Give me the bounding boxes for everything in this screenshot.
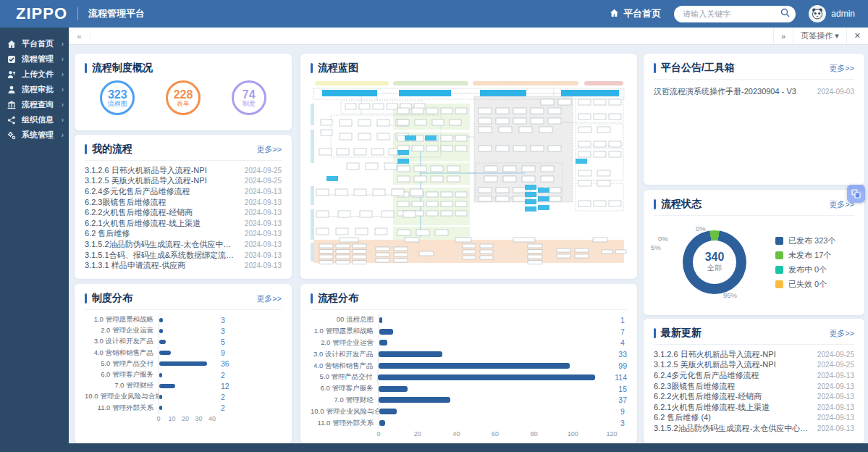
bar[interactable]	[379, 351, 442, 357]
home-icon	[610, 9, 619, 20]
process-name[interactable]: 3.1.3.1 样品申请流程-供应商	[85, 260, 239, 271]
axis-tick: 20	[182, 415, 189, 422]
bar[interactable]	[159, 329, 163, 333]
legend-item[interactable]: 未发布 17个	[775, 250, 835, 261]
bar[interactable]	[159, 318, 163, 322]
list-item[interactable]: 6.2.2火机售后维修流程-经销商2024-09-13	[654, 391, 854, 402]
bar[interactable]	[378, 374, 594, 380]
search-input[interactable]	[683, 9, 780, 18]
legend-item[interactable]: 发布中 0个	[775, 264, 835, 275]
bar[interactable]	[159, 406, 162, 410]
bar[interactable]	[159, 395, 162, 399]
process-name[interactable]: 3.1.2.6 日韩火机新品导入流程-NPI	[654, 349, 812, 360]
category-label: 6.0 管理客户服务	[311, 384, 378, 393]
process-blueprint-diagram[interactable]	[311, 79, 627, 266]
process-name[interactable]: 3.1.2.6 日韩火机新品导入流程-NPI	[85, 165, 239, 176]
process-name[interactable]: 3.1.2.5 美版火机新品导入流程-NPI	[85, 175, 239, 186]
list-item[interactable]: 6.2 售后维修2024-09-13	[85, 229, 282, 240]
process-name[interactable]: 汉哲流程演系统操作手册-20230904 - V3	[654, 86, 812, 97]
close-tab-button[interactable]: ✕	[846, 28, 868, 44]
list-item[interactable]: 3.1.2.5 美版火机新品导入流程-NPI2024-09-25	[654, 360, 854, 371]
list-item[interactable]: 3.1.2.6 日韩火机新品导入流程-NPI2024-09-25	[85, 165, 282, 176]
search-icon[interactable]	[780, 7, 790, 20]
more-link[interactable]: 更多>>	[829, 328, 854, 339]
chart-row: 10.0 管理企业风险与合规9	[311, 406, 627, 417]
process-date: 2024-09-13	[245, 188, 282, 196]
process-name[interactable]: 6.2.4多元化售后产品维修流程	[654, 370, 812, 381]
bar[interactable]	[379, 386, 408, 392]
list-item[interactable]: 6.2.3眼镜售后维修流程2024-09-13	[85, 197, 282, 208]
bar[interactable]	[159, 351, 171, 355]
process-name[interactable]: 6.2.1火机售后维修流程-线上渠道	[85, 218, 239, 229]
process-name[interactable]: 3.1.5.2油品防伪码生成流程-太仓供应中心采购	[654, 423, 812, 434]
title-accent-bar	[654, 328, 656, 338]
list-item[interactable]: 汉哲流程演系统操作手册-20230904 - V32024-09-03	[654, 84, 854, 99]
card-platform-announcements: 平台公告/工具箱 更多>> 汉哲流程演系统操作手册-20230904 - V32…	[644, 54, 864, 185]
bar[interactable]	[379, 329, 393, 335]
bar[interactable]	[159, 361, 207, 366]
bar[interactable]	[159, 373, 162, 377]
nav-platform-home[interactable]: 平台首页	[610, 7, 661, 20]
process-date: 2024-09-25	[817, 351, 854, 359]
bar[interactable]	[379, 397, 450, 403]
bar[interactable]	[159, 384, 175, 388]
process-name[interactable]: 6.2.2火机售后维修流程-经销商	[85, 207, 239, 218]
zippo-logo: ZIPPO	[16, 4, 67, 23]
sidebar-item-home[interactable]: 平台首页›	[0, 36, 69, 51]
process-date: 2024-09-13	[817, 393, 854, 401]
process-name[interactable]: 6.2 售后维修	[85, 228, 239, 239]
list-item[interactable]: 6.2.2火机售后维修流程-经销商2024-09-13	[85, 207, 282, 218]
user-menu[interactable]: admin	[809, 5, 855, 22]
sidebar-item-approve[interactable]: 流程审批›	[0, 82, 69, 97]
process-name[interactable]: 6.2.2火机售后维修流程-经销商	[654, 391, 812, 402]
sidebar-item-org[interactable]: 组织信息›	[0, 112, 69, 127]
x-axis: 020406080100120	[311, 429, 627, 439]
bar[interactable]	[159, 340, 166, 344]
approve-icon	[7, 85, 17, 94]
forward-tabs-button[interactable]: »	[773, 28, 793, 44]
bar[interactable]	[379, 420, 385, 426]
legend-item[interactable]: 已发布 323个	[775, 235, 835, 246]
card-title: 平台公告/工具箱	[661, 62, 829, 75]
list-item[interactable]: 6.2.1火机售后维修流程-线上渠道2024-09-13	[654, 402, 854, 413]
legend-item[interactable]: 已失效 0个	[775, 279, 835, 290]
process-name[interactable]: 6.2.4多元化售后产品维修流程	[85, 186, 239, 197]
more-link[interactable]: 更多>>	[829, 63, 854, 74]
legend-label: 未发布 17个	[788, 250, 831, 261]
bar[interactable]	[379, 317, 382, 323]
sidebar-item-system[interactable]: 系统管理›	[0, 127, 69, 143]
more-link[interactable]: 更多>>	[256, 293, 282, 304]
process-name[interactable]: 3.1.5.1合码、报码生成&系统数据绑定流程...	[85, 250, 239, 261]
translate-widget-button[interactable]	[847, 185, 865, 203]
process-name[interactable]: 6.2.3眼镜售后维修流程	[85, 197, 239, 208]
tab-operations-dropdown[interactable]: 页签操作 ▾	[793, 28, 846, 44]
list-item[interactable]: 3.1.5.1合码、报码生成&系统数据绑定流程...2024-09-13	[85, 250, 282, 261]
process-name[interactable]: 6.2 售后维修 (4)	[654, 412, 812, 423]
process-name[interactable]: 3.1.2.5 美版火机新品导入流程-NPI	[654, 359, 812, 370]
list-item[interactable]: 6.2.4多元化售后产品维修流程2024-09-13	[85, 186, 282, 197]
collapse-tabs-button[interactable]: «	[69, 32, 90, 41]
sidebar-item-upload[interactable]: 上传文件›	[0, 67, 69, 82]
process-name[interactable]: 3.1.5.2油品防伪码生成流程-太仓供应中心采购	[85, 239, 239, 250]
list-item[interactable]: 6.2.1火机售后维修流程-线上渠道2024-09-13	[85, 218, 282, 229]
main-content: 流程制度概况 323流程图228表单74制度 我的流程 更多>> 3.1.2.6…	[69, 45, 868, 443]
legend-label: 已失效 0个	[788, 279, 827, 290]
list-item[interactable]: 3.1.2.5 美版火机新品导入流程-NPI2024-09-25	[85, 176, 282, 187]
bar[interactable]	[379, 409, 397, 414]
bar[interactable]	[379, 340, 387, 346]
list-item[interactable]: 6.2.3眼镜售后维修流程2024-09-13	[654, 381, 854, 392]
list-item[interactable]: 6.2 售后维修 (4)2024-09-13	[654, 413, 854, 424]
list-item[interactable]: 3.1.5.2油品防伪码生成流程-太仓供应中心采购2024-09-13	[85, 239, 282, 250]
sidebar-item-process[interactable]: 流程管理›	[0, 51, 69, 67]
sidebar-item-query[interactable]: 流程查询›	[0, 97, 69, 112]
more-link[interactable]: 更多>>	[256, 144, 282, 155]
home-icon	[7, 40, 17, 49]
bar[interactable]	[379, 363, 569, 369]
category-label: 4.0 营销和销售产品	[85, 348, 159, 358]
list-item[interactable]: 3.1.5.2油品防伪码生成流程-太仓供应中心采购2024-09-13	[654, 423, 854, 434]
list-item[interactable]: 3.1.3.1 样品申请流程-供应商2024-09-13	[85, 260, 282, 271]
process-name[interactable]: 6.2.3眼镜售后维修流程	[654, 381, 812, 392]
list-item[interactable]: 3.1.2.6 日韩火机新品导入流程-NPI2024-09-25	[654, 349, 854, 360]
list-item[interactable]: 6.2.4多元化售后产品维修流程2024-09-13	[654, 370, 854, 381]
process-name[interactable]: 6.2.1火机售后维修流程-线上渠道	[654, 402, 812, 413]
